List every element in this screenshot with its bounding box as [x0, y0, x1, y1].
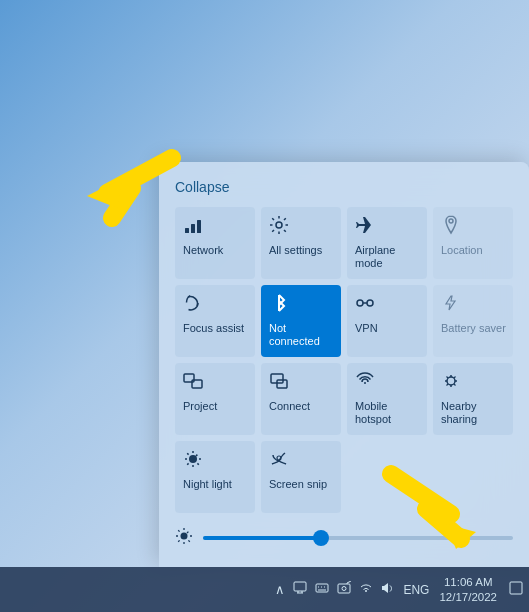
- svg-point-10: [447, 377, 455, 385]
- tray-volume-icon[interactable]: [379, 579, 397, 600]
- brightness-row: [175, 527, 513, 549]
- desktop: Collapse Network: [0, 0, 529, 612]
- location-icon: [441, 215, 461, 238]
- brightness-slider[interactable]: [203, 536, 513, 540]
- tile-connect-label: Connect: [269, 400, 310, 413]
- svg-rect-16: [294, 582, 306, 591]
- tile-all-settings-label: All settings: [269, 244, 322, 257]
- focus-assist-icon: [183, 293, 203, 316]
- vpn-icon: [355, 293, 375, 316]
- tile-screen-snip-label: Screen snip: [269, 478, 327, 491]
- collapse-button[interactable]: Collapse: [175, 179, 229, 195]
- tile-nearby-sharing[interactable]: Nearby sharing: [433, 363, 513, 435]
- tray-language[interactable]: ENG: [403, 583, 429, 597]
- svg-rect-2: [197, 220, 201, 233]
- tile-location-label: Location: [441, 244, 483, 257]
- tile-airplane-label: Airplane mode: [355, 244, 421, 270]
- tile-battery-saver-label: Battery saver: [441, 322, 506, 335]
- svg-rect-9: [277, 380, 287, 388]
- tray-date-value: 12/17/2022: [439, 590, 497, 605]
- tile-focus-assist-label: Focus assist: [183, 322, 244, 335]
- brightness-thumb[interactable]: [313, 530, 329, 546]
- tile-project[interactable]: Project: [175, 363, 255, 435]
- svg-rect-17: [316, 584, 328, 592]
- tray-chevron[interactable]: ∧: [273, 580, 287, 599]
- tray-datetime[interactable]: 11:06 AM 12/17/2022: [435, 575, 501, 605]
- mobile-hotspot-icon: [355, 371, 375, 394]
- tile-vpn[interactable]: VPN: [347, 285, 427, 357]
- tile-location[interactable]: Location: [433, 207, 513, 279]
- action-center: Collapse Network: [159, 162, 529, 567]
- svg-point-3: [276, 222, 282, 228]
- tile-battery-saver[interactable]: Battery saver: [433, 285, 513, 357]
- tiles-grid: Network All settings Airplane mode: [175, 207, 513, 513]
- tile-network[interactable]: Network: [175, 207, 255, 279]
- battery-saver-icon: [441, 293, 461, 316]
- svg-point-13: [181, 533, 188, 540]
- system-tray: ∧: [273, 575, 525, 605]
- tile-all-settings[interactable]: All settings: [261, 207, 341, 279]
- project-icon: [183, 371, 203, 394]
- svg-point-19: [342, 587, 346, 591]
- tray-icons-group: ∧: [273, 579, 397, 600]
- network-icon: [183, 215, 203, 238]
- tile-night-light[interactable]: Night light: [175, 441, 255, 513]
- tile-not-connected-label: Not connected: [269, 322, 335, 348]
- tile-not-connected[interactable]: Not connected: [261, 285, 341, 357]
- tray-camera-icon[interactable]: [335, 579, 353, 600]
- svg-point-4: [357, 300, 363, 306]
- svg-rect-1: [191, 224, 195, 233]
- settings-icon: [269, 215, 289, 238]
- nearby-sharing-icon: [441, 371, 461, 394]
- brightness-fill: [203, 536, 321, 540]
- svg-point-11: [189, 455, 197, 463]
- tile-connect[interactable]: Connect: [261, 363, 341, 435]
- tile-focus-assist[interactable]: Focus assist: [175, 285, 255, 357]
- tile-screen-snip[interactable]: Screen snip: [261, 441, 341, 513]
- tile-mobile-hotspot-label: Mobile hotspot: [355, 400, 421, 426]
- notification-center-icon[interactable]: [507, 581, 525, 598]
- tile-mobile-hotspot[interactable]: Mobile hotspot: [347, 363, 427, 435]
- brightness-icon: [175, 527, 193, 549]
- tray-time-value: 11:06 AM: [444, 575, 493, 590]
- airplane-icon: [355, 215, 375, 238]
- tile-vpn-label: VPN: [355, 322, 378, 335]
- connect-icon: [269, 371, 289, 394]
- tile-project-label: Project: [183, 400, 217, 413]
- tray-wifi-icon[interactable]: [357, 579, 375, 600]
- screen-snip-icon: [269, 449, 289, 472]
- svg-rect-20: [510, 582, 522, 594]
- tile-night-light-label: Night light: [183, 478, 232, 491]
- svg-rect-18: [338, 584, 350, 593]
- tile-airplane-mode[interactable]: Airplane mode: [347, 207, 427, 279]
- tray-keyboard-icon[interactable]: [313, 579, 331, 600]
- tile-nearby-sharing-label: Nearby sharing: [441, 400, 507, 426]
- tray-monitor-icon[interactable]: [291, 579, 309, 600]
- tile-network-label: Network: [183, 244, 223, 257]
- svg-point-5: [367, 300, 373, 306]
- night-light-icon: [183, 449, 203, 472]
- svg-rect-0: [185, 228, 189, 233]
- taskbar: ∧: [0, 567, 529, 612]
- svg-marker-14: [87, 178, 122, 208]
- bluetooth-icon: [269, 293, 289, 316]
- arrow-left-indicator: [52, 138, 172, 218]
